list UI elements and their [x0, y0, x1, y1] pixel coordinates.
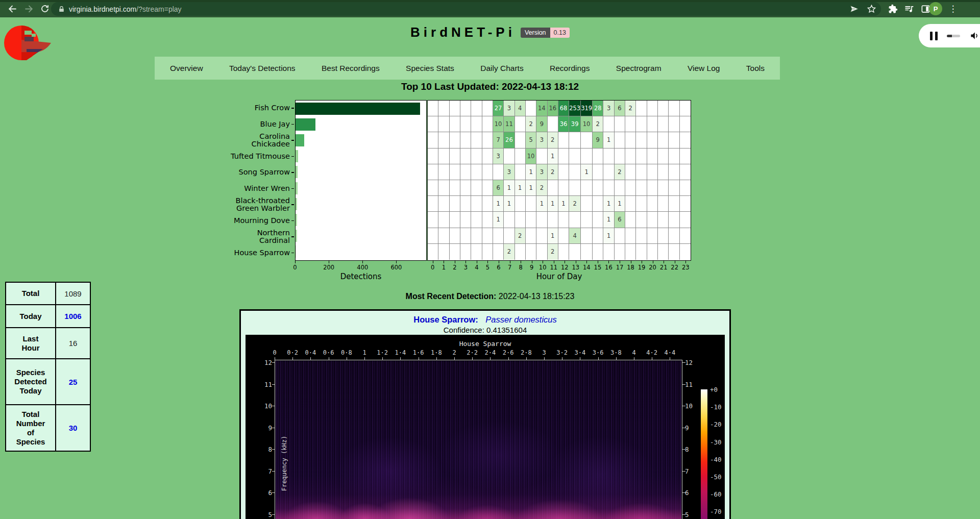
heatmap-cell — [680, 180, 691, 196]
hour-axis-title: Hour of Day — [427, 272, 691, 281]
heatmap-cell — [428, 228, 438, 244]
speaker-icon[interactable] — [969, 31, 979, 41]
playlist-icon[interactable] — [902, 2, 916, 15]
heatmap-cell — [593, 149, 603, 164]
heatmap-cell — [615, 132, 625, 148]
heatmap-cell: 28 — [593, 101, 603, 116]
x-tick — [576, 261, 576, 263]
stats-value[interactable]: 25 — [56, 359, 90, 405]
heatmap-cell — [471, 244, 482, 260]
stats-value[interactable]: 30 — [56, 405, 90, 451]
heatmap-cell — [636, 116, 647, 132]
audio-player[interactable] — [919, 24, 980, 47]
volume-slider[interactable] — [947, 35, 960, 37]
nav-item-today-s-detections[interactable]: Today's Detections — [229, 64, 296, 73]
heatmap-cell — [438, 132, 449, 148]
heatmap-cell — [558, 212, 569, 228]
heatmap-cell — [548, 212, 558, 228]
avatar[interactable]: P — [929, 2, 942, 15]
time-tick-label: 1·2 — [377, 349, 388, 356]
heatmap-cell — [548, 180, 558, 196]
send-icon[interactable] — [847, 2, 861, 15]
bar-row — [296, 244, 426, 260]
freq-tick — [272, 492, 275, 493]
species-row: Mourning Dove — [225, 213, 295, 229]
x-tick-label: 1 — [442, 264, 446, 271]
species-row: Fish Crow — [225, 100, 295, 116]
time-tick-label: 3·6 — [593, 349, 604, 356]
heatmap-cell: 2 — [526, 116, 536, 132]
stats-row: Last Hour16 — [6, 328, 90, 359]
menu-icon[interactable]: ⋮ — [946, 2, 960, 15]
heatmap-cell: 14 — [536, 101, 547, 116]
detections-bar — [296, 150, 298, 162]
x-tick-label: 600 — [390, 264, 402, 271]
x-tick — [433, 261, 433, 263]
species-row: Blue Jay — [225, 116, 295, 133]
heatmap-cell: 1 — [603, 212, 614, 228]
star-icon[interactable] — [865, 2, 878, 15]
freq-tick — [682, 406, 685, 406]
time-tick — [490, 357, 491, 360]
x-tick-label: 20 — [649, 264, 656, 271]
heatmap-cell: 68 — [558, 101, 569, 116]
nav-item-species-stats[interactable]: Species Stats — [406, 64, 454, 73]
x-tick-label: 22 — [671, 264, 678, 271]
heatmap-cell: 26 — [504, 132, 514, 148]
nav-item-best-recordings[interactable]: Best Recordings — [322, 64, 380, 73]
detection-species[interactable]: House Sparrow: — [413, 315, 478, 324]
pause-icon[interactable] — [930, 32, 938, 40]
time-tick — [454, 357, 455, 360]
time-tick-label: 2·2 — [467, 349, 478, 356]
heatmap-cell — [647, 228, 658, 244]
reload-icon[interactable] — [38, 2, 52, 16]
bar-row — [296, 149, 426, 164]
bar-row — [296, 132, 426, 148]
freq-tick-label-right: 11 — [685, 380, 693, 388]
heatmap-cell — [438, 212, 449, 228]
heatmap-cell — [625, 116, 636, 132]
x-tick — [631, 261, 631, 263]
time-tick-label: 1 — [362, 349, 366, 356]
extensions-icon[interactable] — [886, 2, 899, 15]
nav-item-recordings[interactable]: Recordings — [550, 64, 590, 73]
heatmap-cell — [569, 149, 581, 164]
heatmap-cell — [669, 164, 679, 180]
freq-tick-label-left: 10 — [252, 402, 272, 410]
back-icon[interactable] — [5, 2, 19, 16]
heatmap-cell — [647, 116, 658, 132]
heatmap-cell: 3 — [603, 101, 614, 116]
time-tick-label: 2·4 — [485, 349, 496, 356]
x-tick — [675, 261, 675, 263]
bar-row — [296, 180, 426, 196]
heatmap-cell — [680, 228, 691, 244]
heatmap-cell: 1 — [548, 196, 558, 212]
time-tick-label: 1·8 — [431, 349, 442, 356]
colorbar-tick-label: +0 — [710, 386, 718, 393]
heatmap-cell: 1 — [526, 164, 536, 180]
time-tick — [329, 357, 329, 360]
heatmap-cell — [581, 132, 593, 148]
most-recent-detection: Most Recent Detection: 2022-04-13 18:15:… — [0, 292, 980, 301]
heatmap-cell — [658, 101, 669, 116]
y-tick — [291, 253, 294, 254]
heatmap-cell: 1 — [536, 196, 547, 212]
heatmap-cell — [558, 149, 569, 164]
stats-value[interactable]: 1006 — [56, 305, 90, 328]
freq-tick-label-left: 8 — [252, 446, 272, 453]
bar-row — [296, 212, 426, 228]
x-tick-label: 21 — [660, 264, 668, 271]
time-tick-label: 3·2 — [556, 349, 568, 356]
freq-tick-label-left: 7 — [252, 467, 272, 475]
url-bar[interactable]: virginia.birdnetpi.com/?stream=play — [51, 2, 881, 16]
heatmap-cell: 9 — [536, 116, 547, 132]
nav-item-daily-charts[interactable]: Daily Charts — [480, 64, 523, 73]
heatmap-cell — [450, 212, 460, 228]
nav-item-overview[interactable]: Overview — [170, 64, 203, 73]
nav-item-view-log[interactable]: View Log — [688, 64, 720, 73]
nav-item-tools[interactable]: Tools — [746, 64, 765, 73]
frequency-axis-label: Frequency (kHz) — [281, 433, 288, 494]
heatmap-cell — [669, 212, 679, 228]
heatmap-cell — [636, 149, 647, 164]
nav-item-spectrogram[interactable]: Spectrogram — [616, 64, 662, 73]
